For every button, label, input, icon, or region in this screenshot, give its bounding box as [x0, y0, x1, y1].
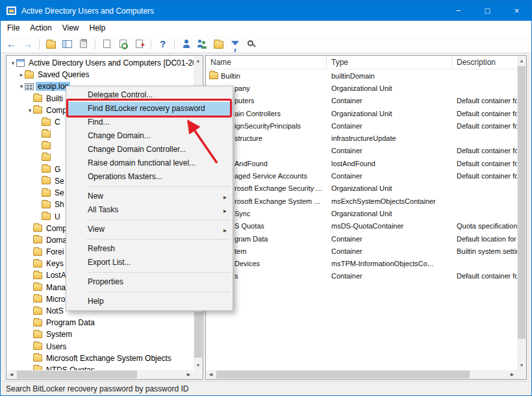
help-icon[interactable]: ? — [155, 36, 170, 51]
find-icon[interactable] — [244, 36, 259, 51]
add-ou-icon[interactable] — [211, 36, 226, 51]
scroll-right-icon[interactable]: ▶ — [184, 370, 194, 379]
context-all-tasks[interactable]: All Tasks▸ — [66, 203, 233, 217]
table-row[interactable]: AndFoundlostAndFoundDefault container fo… — [206, 157, 517, 169]
tree-item-active-directory-users-and-computers-dc01-2022[interactable]: ▾Active Directory Users and Computers [D… — [6, 57, 194, 69]
back-icon[interactable]: ← — [4, 36, 19, 51]
table-row[interactable]: S QuotasmsDS-QuotaContainerQuota specifi… — [206, 220, 517, 232]
context-delegate-control[interactable]: Delegate Control... — [66, 88, 233, 102]
scroll-thumb[interactable] — [518, 66, 526, 339]
column-header-type[interactable]: Type — [327, 56, 452, 69]
scroll-right-icon[interactable]: ▶ — [507, 370, 517, 379]
show-console-tree-icon[interactable] — [60, 36, 75, 51]
context-raise-domain-functional-level[interactable]: Raise domain functional level... — [66, 156, 233, 170]
menu-help[interactable]: Help — [84, 21, 111, 35]
cell-description: Default container for u... — [452, 95, 517, 107]
cell-name-text: ignSecurityPrincipals — [234, 122, 301, 130]
tree-horizontal-scrollbar[interactable]: ◀ ▶ — [6, 370, 194, 379]
menu-action[interactable]: Action — [25, 21, 57, 35]
chevron-right-icon[interactable]: ▸ — [18, 71, 25, 78]
tree-item-label: U — [53, 212, 62, 221]
cell-name-text: aged Service Accounts — [234, 172, 307, 180]
menu-separator — [86, 239, 231, 240]
table-row[interactable]: SyncOrganizational Unit — [206, 207, 517, 219]
add-user-icon-glyph — [183, 40, 190, 48]
table-row[interactable]: ain ControllersOrganizational UnitDefaul… — [206, 107, 517, 119]
export-list-icon[interactable] — [132, 36, 147, 51]
context-item-label: Delegate Control... — [88, 90, 153, 99]
menu-file[interactable]: File — [2, 21, 25, 35]
scroll-left-icon[interactable]: ◀ — [206, 370, 216, 379]
title-bar[interactable]: Active Directory Users and Computers − □… — [1, 1, 531, 21]
cell-name-text: s — [234, 272, 238, 280]
menu-view[interactable]: View — [57, 21, 84, 35]
context-operations-masters[interactable]: Operations Masters... — [66, 170, 233, 184]
list-vertical-scrollbar[interactable]: ▲ ▼ — [517, 56, 526, 370]
context-change-domain-controller[interactable]: Change Domain Controller... — [66, 143, 233, 156]
cell-type: msExchSystemObjectsContainer — [327, 195, 452, 207]
scroll-thumb[interactable] — [194, 312, 202, 358]
table-row[interactable]: ContainerDefault container for k... — [206, 145, 517, 157]
cell-name-text: rosoft Exchange System ... — [234, 197, 320, 205]
context-properties[interactable]: Properties — [66, 275, 233, 289]
table-row[interactable]: gram DataContainerDefault location for s… — [206, 232, 517, 245]
up-one-level-icon[interactable] — [44, 36, 58, 51]
table-row[interactable]: BuiltinbuiltinDomain — [206, 69, 517, 82]
table-row[interactable]: panyOrganizational Unit — [206, 82, 517, 94]
context-new[interactable]: New▸ — [66, 190, 233, 203]
minimize-button[interactable]: − — [444, 1, 473, 21]
column-header-description[interactable]: Description — [452, 56, 517, 69]
add-user-icon[interactable] — [179, 36, 194, 51]
scroll-up-icon[interactable]: ▲ — [194, 56, 203, 66]
column-header-name[interactable]: Name — [206, 56, 327, 69]
scroll-down-icon[interactable]: ▼ — [194, 360, 203, 370]
chevron-down-icon[interactable]: ▾ — [18, 83, 25, 90]
tree-item-ntds-quotas[interactable]: NTDS Quotas — [6, 364, 194, 370]
scroll-thumb[interactable] — [17, 371, 137, 378]
context-view[interactable]: View▸ — [66, 223, 233, 236]
scroll-left-icon[interactable]: ◀ — [6, 370, 16, 379]
scroll-up-icon[interactable]: ▲ — [517, 56, 526, 66]
list-horizontal-scrollbar[interactable]: ◀ ▶ — [206, 370, 517, 379]
table-row[interactable]: ignSecurityPrincipalsContainerDefault co… — [206, 119, 517, 132]
table-row[interactable]: sContainerDefault container for u... — [206, 270, 517, 282]
copy-icon[interactable] — [76, 36, 91, 51]
refresh-icon[interactable] — [116, 36, 131, 51]
table-row[interactable]: structureinfrastructureUpdate — [206, 132, 517, 144]
context-item-label: All Tasks — [88, 205, 118, 214]
chevron-down-icon[interactable]: ▾ — [10, 60, 16, 66]
table-row[interactable]: putersContainerDefault container for u..… — [206, 95, 517, 107]
tree-item-program-data[interactable]: Program Data — [6, 317, 194, 328]
scroll-down-icon[interactable]: ▼ — [517, 360, 526, 370]
context-find-bitlocker-recovery-password[interactable]: Find BitLocker recovery password — [66, 102, 233, 116]
context-export-list[interactable]: Export List... — [66, 256, 233, 269]
submenu-arrow-icon: ▸ — [223, 190, 227, 204]
cell-type: Container — [327, 95, 452, 107]
tree-item-saved-queries[interactable]: ▸Saved Queries — [6, 69, 194, 80]
cell-name-text: gram Data — [234, 235, 268, 243]
table-row[interactable]: aged Service AccountsContainerDefault co… — [206, 169, 517, 182]
forward-icon[interactable]: → — [20, 36, 35, 51]
context-item-label: Operations Masters... — [88, 172, 162, 181]
cell-type: Organizational Unit — [327, 182, 452, 195]
cell-name: Builtin — [206, 69, 327, 82]
tree-item-users[interactable]: Users — [6, 341, 194, 353]
table-row[interactable]: rosoft Exchange System ...msExchSystemOb… — [206, 195, 517, 207]
table-row[interactable]: rosoft Exchange Security ...Organization… — [206, 182, 517, 195]
table-row[interactable]: DevicesmsTPM-InformationObjectsCo... — [206, 257, 517, 269]
close-button[interactable]: × — [502, 1, 531, 21]
chevron-down-icon[interactable]: ▾ — [27, 107, 33, 114]
context-help[interactable]: Help — [66, 295, 233, 308]
table-row[interactable]: temContainerBuiltin system settings... — [206, 245, 517, 257]
context-find[interactable]: Find... — [66, 116, 233, 129]
tree-item-microsoft-exchange-system-objects[interactable]: Microsoft Exchange System Objects — [6, 353, 194, 364]
maximize-button[interactable]: □ — [473, 1, 502, 21]
add-group-icon[interactable] — [195, 36, 210, 51]
toolbar-separator — [174, 39, 175, 49]
context-refresh[interactable]: Refresh — [66, 242, 233, 256]
scroll-thumb[interactable] — [216, 371, 470, 378]
tree-item-system[interactable]: System — [6, 328, 194, 340]
context-change-domain[interactable]: Change Domain... — [66, 129, 233, 143]
properties-icon[interactable] — [99, 36, 114, 51]
filter-icon[interactable] — [227, 36, 242, 51]
